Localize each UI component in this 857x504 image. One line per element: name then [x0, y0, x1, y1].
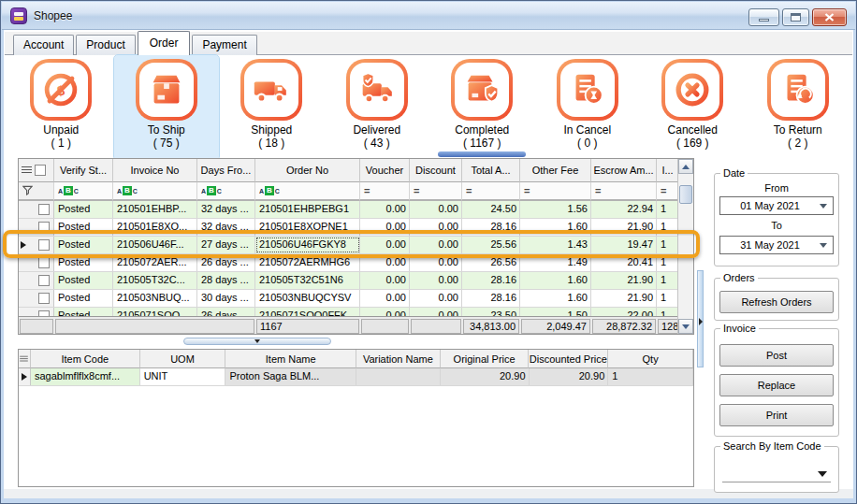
column-header-voucher[interactable]: Voucher — [360, 159, 410, 182]
row-checkbox[interactable] — [38, 239, 50, 251]
row-checkbox[interactable] — [38, 275, 50, 286]
order-row[interactable]: Posted2105072AER...26 days ...2105072AER… — [19, 254, 693, 272]
column-header-original-price[interactable]: Original Price — [441, 350, 530, 368]
filter-cell-voucher[interactable]: = — [360, 182, 410, 201]
summary-item-count: 128 — [658, 319, 678, 334]
vertical-splitter[interactable] — [697, 270, 704, 367]
summary-escrow-amount: 28,872.32 — [592, 319, 656, 334]
search-by-item-code-group: Search By Item Code — [714, 446, 839, 493]
scroll-thumb[interactable] — [679, 185, 692, 204]
cell-verify-st: Posted — [54, 237, 113, 253]
select-all-checkbox[interactable] — [35, 165, 46, 176]
filter-cell-verify-st[interactable]: ABC — [54, 182, 113, 201]
tab-payment[interactable]: Payment — [192, 35, 256, 55]
status-to-return[interactable]: To Return( 2 ) — [746, 55, 851, 160]
order-row[interactable]: Posted210506U46F...27 days ...210506U46F… — [19, 237, 693, 254]
column-header-discounted-price[interactable]: Discounted Price — [529, 350, 608, 368]
row-checkbox[interactable] — [38, 222, 50, 233]
scroll-down-button[interactable] — [678, 319, 693, 334]
column-header-i[interactable]: I... — [657, 159, 679, 182]
filter-cell-other-fee[interactable]: = — [520, 182, 591, 201]
filter-cell-days-fro[interactable]: ABC — [197, 182, 255, 201]
order-row[interactable]: Posted210501E8XO...32 days ...210501E8XO… — [19, 219, 693, 237]
status-delivered[interactable]: Delivered( 43 ) — [325, 55, 430, 160]
column-header-item-code[interactable]: Item Code — [31, 350, 140, 368]
column-header-qty[interactable]: Qty — [608, 350, 693, 368]
close-button[interactable] — [812, 8, 847, 26]
grid-corner-cell — [19, 159, 54, 182]
scroll-up-button[interactable] — [678, 159, 693, 174]
status-in-cancel[interactable]: In Cancel( 0 ) — [535, 55, 641, 160]
order-row[interactable]: Posted210505T32C...28 days ...210505T32C… — [19, 272, 693, 290]
order-row[interactable]: Posted210503NBUQ...30 days ...210503NBUQ… — [19, 290, 693, 308]
cell-invoice-no: 2105071SOO... — [113, 308, 197, 316]
cell-voucher: 0.00 — [360, 272, 410, 289]
post-button[interactable]: Post — [719, 344, 834, 367]
filter-cell-invoice-no[interactable]: ABC — [113, 182, 197, 201]
column-header-invoice-no[interactable]: Invoice No — [113, 159, 197, 182]
filter-cell-discount[interactable]: = — [410, 182, 462, 201]
row-indicator — [19, 237, 54, 253]
date-from-select[interactable]: 01 May 2021 — [719, 196, 834, 215]
replace-button[interactable]: Replace — [719, 374, 834, 396]
column-header-variation-name[interactable]: Variation Name — [356, 350, 441, 368]
column-header-order-no[interactable]: Order No — [255, 159, 360, 182]
column-header-days-fro[interactable]: Days Fro... — [197, 159, 255, 182]
cell-i: 1 — [657, 290, 679, 307]
row-checkbox[interactable] — [38, 204, 50, 215]
filter-cell-escrow-am[interactable]: = — [591, 182, 657, 201]
column-header-discount[interactable]: Discount — [410, 159, 462, 182]
column-header-uom[interactable]: UOM — [140, 350, 226, 368]
cell-days-fro: 27 days ... — [197, 237, 255, 253]
cell-total-a: 28.16 — [462, 290, 520, 307]
filter-cell-total-a[interactable]: = — [462, 182, 520, 201]
column-header-other-fee[interactable]: Other Fee — [520, 159, 591, 182]
row-checkbox[interactable] — [38, 293, 50, 304]
search-item-code-select[interactable] — [722, 464, 831, 482]
item-row[interactable]: sagablmflflx8cmf...UNITProton Saga BLM..… — [19, 368, 693, 386]
filter-cell-order-no[interactable]: ABC — [255, 182, 360, 201]
cell-escrow-am: 21.90 — [591, 219, 657, 236]
items-grid[interactable]: Item CodeUOMItem NameVariation NameOrigi… — [18, 349, 694, 487]
abc-filter-icon: ABC — [117, 186, 138, 195]
tab-product[interactable]: Product — [76, 35, 135, 55]
circle-x-icon — [661, 59, 723, 121]
close-icon — [824, 13, 835, 22]
row-checkbox[interactable] — [38, 310, 50, 316]
row-checkbox[interactable] — [38, 257, 50, 268]
refresh-orders-button[interactable]: Refresh Orders — [719, 291, 834, 313]
order-row[interactable]: Posted2105071SOO...26 days ...2105071SOO… — [19, 308, 693, 316]
status-completed[interactable]: Completed( 1167 ) — [429, 55, 535, 160]
column-header-escrow-am[interactable]: Escrow Am... — [591, 159, 657, 182]
column-header-verify-st[interactable]: Verify St... — [54, 159, 113, 182]
column-header-total-a[interactable]: Total A... — [462, 159, 520, 182]
orders-grid[interactable]: Verify St...Invoice NoDays Fro...Order N… — [18, 158, 694, 335]
cell-variation-name — [356, 368, 441, 385]
tab-account[interactable]: Account — [13, 35, 74, 55]
tab-order[interactable]: Order — [138, 31, 191, 55]
filter-cell-i[interactable]: = — [657, 182, 679, 201]
titlebar[interactable]: Shopee — [2, 2, 855, 30]
orders-grid-scrollbar[interactable] — [677, 159, 693, 334]
date-to-select[interactable]: 31 May 2021 — [719, 236, 834, 254]
cell-discounted-price: 20.90 — [530, 368, 609, 385]
cell-other-fee: 1.49 — [520, 254, 591, 271]
column-header-item-name[interactable]: Item Name — [225, 350, 356, 368]
status-unpaid[interactable]: $Unpaid( 1 ) — [8, 55, 114, 160]
status-shipped[interactable]: Shipped( 18 ) — [219, 55, 325, 160]
minimize-button[interactable] — [748, 8, 779, 26]
cell-verify-st: Posted — [54, 290, 113, 307]
cell-discount: 0.00 — [410, 219, 462, 236]
cell-voucher: 0.00 — [360, 237, 410, 253]
order-row[interactable]: Posted210501EHBP...32 days ...210501EHBP… — [19, 201, 693, 219]
status-cancelled[interactable]: Cancelled( 169 ) — [640, 55, 746, 160]
status-label: Unpaid — [43, 123, 79, 137]
status-to-ship[interactable]: To Ship( 75 ) — [114, 55, 220, 160]
horizontal-splitter[interactable] — [18, 337, 694, 345]
cell-other-fee: 1.50 — [520, 308, 591, 316]
cell-other-fee: 1.43 — [520, 237, 591, 253]
maximize-button[interactable] — [782, 8, 809, 26]
print-button[interactable]: Print — [719, 404, 834, 426]
splitter-handle[interactable] — [183, 338, 331, 345]
cell-verify-st: Posted — [54, 272, 113, 289]
